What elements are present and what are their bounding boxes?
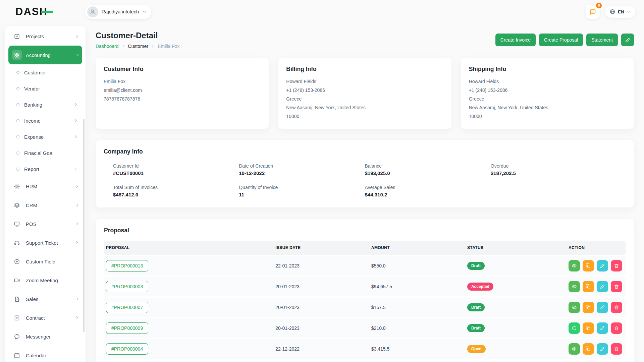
sidebar-item-crm[interactable]: CRM	[8, 196, 82, 215]
copy-icon	[586, 284, 591, 289]
company-selector[interactable]: Rajodiya infotech	[85, 5, 151, 19]
chevron-down-icon	[75, 53, 79, 57]
sidebar-subitem-expense[interactable]: Expense	[8, 129, 82, 145]
info-cards-row: Customer Info Emilia Foxemilia@client.co…	[96, 58, 634, 129]
info-line: Greece	[469, 95, 626, 104]
field-label: Overdue	[491, 163, 616, 169]
shipping-info-lines: Howard Fields+1 (248) 153-2086GreeceNew …	[469, 77, 626, 121]
shipping-info-card: Shipping Info Howard Fields+1 (248) 153-…	[461, 58, 634, 129]
edit-button[interactable]	[597, 322, 608, 334]
convert-button[interactable]	[569, 322, 580, 334]
sidebar-item-sales[interactable]: Sales	[8, 290, 82, 308]
duplicate-button[interactable]	[583, 302, 594, 313]
sidebar-item-label: Projects	[26, 34, 44, 39]
statement-button[interactable]: Statement	[586, 34, 618, 46]
sidebar-item-messenger[interactable]: Messenger	[8, 327, 82, 346]
field-balance: Balance $193,025.0	[365, 163, 491, 176]
sidebar-subitem-income[interactable]: Income	[8, 113, 82, 129]
delete-button[interactable]	[611, 281, 622, 292]
sidebar-subitem-banking[interactable]: Banking	[8, 97, 82, 113]
sidebar-item-contract[interactable]: Contract	[8, 308, 82, 327]
sidebar-item-zoom-meeting[interactable]: Zoom Meeting	[8, 271, 82, 290]
chevron-right-icon	[75, 315, 79, 320]
language-selector[interactable]: EN	[605, 6, 635, 18]
view-button[interactable]	[569, 343, 580, 355]
edit-button[interactable]	[597, 343, 608, 355]
field-value: 11	[239, 192, 365, 197]
customer-info-title: Customer Info	[104, 66, 261, 73]
delete-button[interactable]	[611, 302, 622, 313]
view-button[interactable]	[569, 302, 580, 313]
proposal-id-link[interactable]: #PROP000009	[106, 322, 148, 334]
sidebar-item-hrm[interactable]: HRM	[8, 177, 82, 196]
sidebar-item-label: Contract	[26, 315, 45, 321]
status-badge: Draft	[467, 262, 485, 270]
proposal-id-link[interactable]: #PROP000013	[106, 260, 148, 272]
duplicate-button[interactable]	[583, 281, 594, 292]
info-line: Howard Fields	[469, 77, 626, 86]
view-button[interactable]	[569, 260, 580, 272]
chevron-right-icon	[75, 184, 79, 189]
sidebar-item-calendar[interactable]: Calendar	[8, 346, 82, 362]
eye-icon	[572, 284, 577, 289]
language-label: EN	[618, 9, 624, 14]
refresh-icon	[572, 325, 577, 331]
chevron-right-icon	[75, 222, 79, 226]
sidebar-subitem-report[interactable]: Report	[8, 161, 82, 177]
duplicate-button[interactable]	[583, 322, 594, 334]
issue-date-cell: 20-01-2023	[273, 298, 369, 317]
field-label: Balance	[365, 163, 491, 169]
proposal-id-link[interactable]: #PROP000004	[106, 343, 148, 355]
proposal-id-link[interactable]: #PROP000003	[106, 281, 148, 292]
delete-button[interactable]	[611, 322, 622, 334]
column-header-amount: AMOUNT	[369, 241, 465, 255]
create-proposal-button[interactable]: Create Proposal	[539, 34, 583, 46]
sidebar-scrollbar[interactable]	[83, 119, 85, 332]
edit-button[interactable]	[597, 302, 608, 313]
delete-button[interactable]	[611, 343, 622, 355]
sidebar-item-label: Sales	[26, 296, 39, 302]
duplicate-button[interactable]	[583, 343, 594, 355]
billing-info-card: Billing Info Howard Fields+1 (248) 153-2…	[278, 58, 451, 129]
messages-button[interactable]: 0	[586, 5, 600, 19]
sidebar-subitem-vendor[interactable]: Vendor	[8, 80, 82, 97]
sidebar-subitem-finacial-goal[interactable]: Finacial Goal	[8, 145, 82, 161]
duplicate-button[interactable]	[583, 260, 594, 272]
avatar	[87, 6, 98, 17]
copy-icon	[586, 325, 591, 331]
column-header-issue-date: ISSUE DATE	[273, 241, 369, 255]
proposal-card: Proposal PROPOSALISSUE DATEAMOUNTSTATUSA…	[96, 219, 634, 362]
row-actions	[569, 343, 622, 355]
info-line: Greece	[286, 95, 443, 104]
breadcrumb-item-dashboard[interactable]: Dashboard	[96, 44, 119, 49]
field-quantity-of-invoice: Quantity of Invoice 11	[239, 185, 365, 197]
sidebar-item-pos[interactable]: POS	[8, 215, 82, 233]
issue-date-cell: 20-01-2023	[273, 277, 369, 296]
edit-customer-button[interactable]	[621, 34, 634, 46]
delete-button[interactable]	[611, 260, 622, 272]
app-logo[interactable]: DASH	[15, 6, 53, 18]
column-header-action: ACTION	[567, 241, 626, 255]
bullet-icon	[16, 119, 19, 122]
sidebar-subitem-customer[interactable]: Customer	[8, 64, 82, 80]
billing-info-lines: Howard Fields+1 (248) 153-2086GreeceNew …	[286, 77, 443, 121]
pos-icon	[12, 219, 22, 229]
issue-date-cell: 22-12-2022	[273, 339, 369, 359]
chevron-right-icon	[73, 167, 78, 171]
sidebar-item-support-ticket[interactable]: Support Ticket	[8, 233, 82, 252]
chat-icon	[589, 8, 596, 15]
info-line: New Aasamj, New York, United States	[469, 104, 626, 112]
sidebar-item-projects[interactable]: Projects	[8, 27, 82, 46]
field-total-sum-of-invoices: Total Sum of Invoices $487,412.0	[113, 185, 239, 197]
edit-button[interactable]	[597, 281, 608, 292]
sidebar-item-accounting[interactable]: Accounting	[8, 46, 82, 64]
view-button[interactable]	[569, 281, 580, 292]
issue-date-cell: 20-01-2023	[273, 318, 369, 338]
sales-icon	[12, 294, 22, 304]
proposal-id-link[interactable]: #PROP000007	[106, 302, 148, 313]
edit-button[interactable]	[597, 260, 608, 272]
chevron-right-icon	[75, 297, 79, 301]
create-invoice-button[interactable]: Create Invoice	[495, 34, 536, 46]
sidebar-item-custom-field[interactable]: Custom Field	[8, 252, 82, 271]
zoom-meeting-icon	[12, 275, 22, 285]
